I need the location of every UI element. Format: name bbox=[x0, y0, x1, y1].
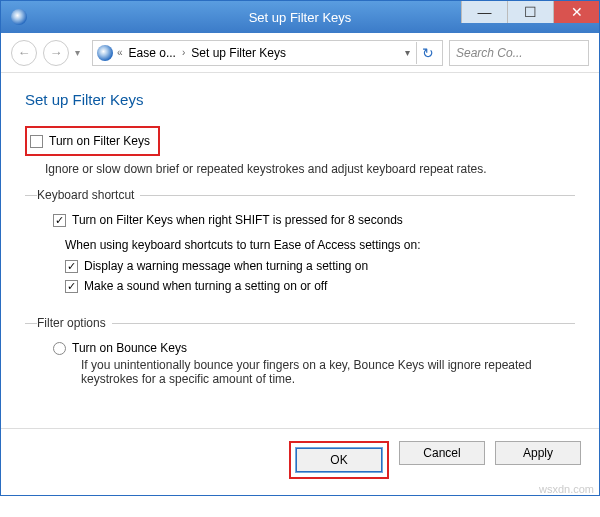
bounce-keys-row[interactable]: Turn on Bounce Keys bbox=[53, 338, 575, 358]
maximize-button[interactable]: ☐ bbox=[507, 1, 553, 23]
turn-on-filter-keys-label: Turn on Filter Keys bbox=[49, 134, 150, 148]
warning-row[interactable]: ✓ Display a warning message when turning… bbox=[65, 256, 575, 276]
breadcrumb[interactable]: « Ease o... › Set up Filter Keys ▾ ↻ bbox=[92, 40, 443, 66]
turn-on-filter-keys-row[interactable]: Turn on Filter Keys bbox=[30, 131, 150, 151]
keyboard-shortcut-legend: Keyboard shortcut bbox=[37, 188, 140, 202]
sound-label: Make a sound when turning a setting on o… bbox=[84, 279, 327, 293]
nav-toolbar: ← → ▾ « Ease o... › Set up Filter Keys ▾… bbox=[1, 33, 599, 73]
warning-label: Display a warning message when turning a… bbox=[84, 259, 368, 273]
shift-shortcut-row[interactable]: ✓ Turn on Filter Keys when right SHIFT i… bbox=[53, 210, 575, 230]
breadcrumb-dropdown-icon[interactable]: ▾ bbox=[401, 47, 414, 58]
filter-options-group: Filter options Turn on Bounce Keys If yo… bbox=[25, 316, 575, 412]
titlebar: Set up Filter Keys — ☐ ✕ bbox=[1, 1, 599, 33]
turn-on-filter-keys-checkbox[interactable] bbox=[30, 135, 43, 148]
ok-button[interactable]: OK bbox=[296, 448, 382, 472]
history-dropdown[interactable]: ▾ bbox=[75, 47, 80, 58]
refresh-button[interactable]: ↻ bbox=[416, 42, 438, 64]
breadcrumb-sep: › bbox=[180, 47, 187, 58]
warning-checkbox[interactable]: ✓ bbox=[65, 260, 78, 273]
minimize-button[interactable]: — bbox=[461, 1, 507, 23]
content-area: Set up Filter Keys Turn on Filter Keys I… bbox=[1, 73, 599, 428]
bounce-keys-description: If you unintentionally bounce your finge… bbox=[81, 358, 575, 386]
breadcrumb-seg-ease[interactable]: Ease o... bbox=[127, 46, 178, 60]
close-button[interactable]: ✕ bbox=[553, 1, 599, 23]
apply-button[interactable]: Apply bbox=[495, 441, 581, 465]
sound-checkbox[interactable]: ✓ bbox=[65, 280, 78, 293]
search-input[interactable]: Search Co... bbox=[449, 40, 589, 66]
shortcut-sub-label: When using keyboard shortcuts to turn Ea… bbox=[65, 238, 575, 252]
button-bar: OK Cancel Apply bbox=[1, 428, 599, 495]
breadcrumb-sep: « bbox=[115, 47, 125, 58]
forward-button[interactable]: → bbox=[43, 40, 69, 66]
shift-shortcut-checkbox[interactable]: ✓ bbox=[53, 214, 66, 227]
filter-options-legend: Filter options bbox=[37, 316, 112, 330]
cancel-button[interactable]: Cancel bbox=[399, 441, 485, 465]
keyboard-shortcut-group: Keyboard shortcut ✓ Turn on Filter Keys … bbox=[25, 188, 575, 310]
shortcut-sub-group: When using keyboard shortcuts to turn Ea… bbox=[65, 238, 575, 296]
sound-row[interactable]: ✓ Make a sound when turning a setting on… bbox=[65, 276, 575, 296]
window-controls: — ☐ ✕ bbox=[461, 1, 599, 23]
highlight-turn-on: Turn on Filter Keys bbox=[25, 126, 160, 156]
bounce-keys-radio[interactable] bbox=[53, 342, 66, 355]
breadcrumb-seg-filterkeys[interactable]: Set up Filter Keys bbox=[189, 46, 288, 60]
shift-shortcut-label: Turn on Filter Keys when right SHIFT is … bbox=[72, 213, 403, 227]
turn-on-description: Ignore or slow down brief or repeated ke… bbox=[45, 162, 575, 176]
breadcrumb-icon bbox=[97, 45, 113, 61]
app-icon bbox=[11, 9, 27, 25]
window: Set up Filter Keys — ☐ ✕ ← → ▾ « Ease o.… bbox=[0, 0, 600, 496]
highlight-ok: OK bbox=[289, 441, 389, 479]
page-title: Set up Filter Keys bbox=[25, 91, 575, 108]
bounce-keys-label: Turn on Bounce Keys bbox=[72, 341, 187, 355]
back-button[interactable]: ← bbox=[11, 40, 37, 66]
